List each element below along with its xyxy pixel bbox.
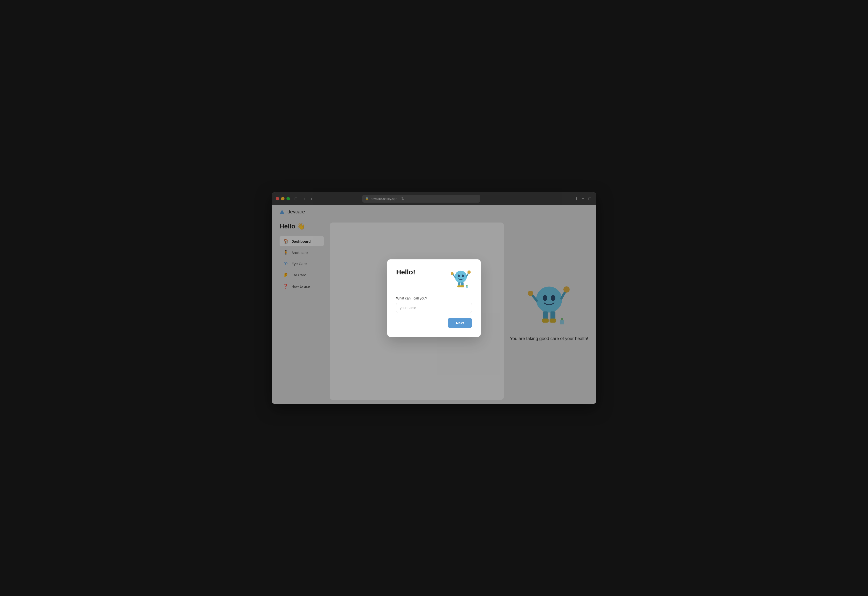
modal-title: Hello! xyxy=(396,268,415,276)
svg-point-15 xyxy=(458,274,460,277)
svg-rect-23 xyxy=(458,285,461,287)
svg-point-14 xyxy=(455,270,467,283)
name-input[interactable] xyxy=(396,303,472,313)
svg-rect-25 xyxy=(466,286,468,288)
modal-header: Hello! xyxy=(396,268,472,291)
svg-point-20 xyxy=(451,272,453,274)
svg-point-26 xyxy=(466,285,468,286)
next-button[interactable]: Next xyxy=(448,318,472,328)
modal-question-label: What can I call you? xyxy=(396,296,472,300)
svg-rect-24 xyxy=(461,285,464,287)
modal-dialog: Hello! What can I call you? Next xyxy=(387,260,481,337)
svg-point-16 xyxy=(462,274,464,277)
modal-overlay: Hello! What can I call you? Next xyxy=(0,0,868,596)
svg-point-19 xyxy=(468,270,471,274)
modal-mascot-image xyxy=(450,268,472,291)
